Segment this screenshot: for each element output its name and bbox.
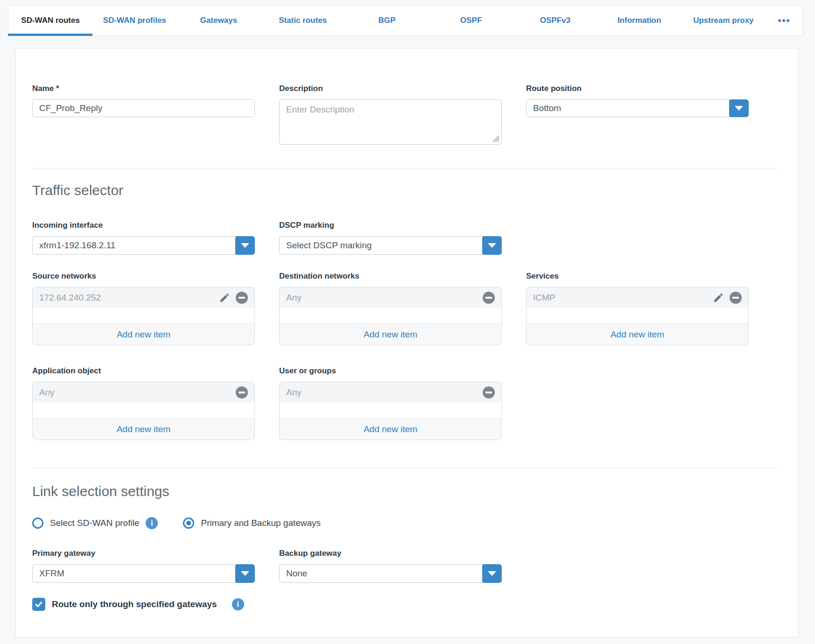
name-input[interactable]: [32, 99, 255, 117]
chevron-down-icon: [735, 106, 743, 111]
listbox-empty-area: [33, 402, 254, 418]
route-position-dropdown-button[interactable]: [729, 99, 749, 117]
primary-gateway-value: XFRM: [39, 568, 64, 579]
destination-networks-label: Destination networks: [279, 272, 502, 281]
info-icon[interactable]: i: [146, 517, 158, 529]
dscp-marking-label: DSCP marking: [279, 221, 502, 230]
info-icon[interactable]: i: [232, 598, 244, 610]
incoming-interface-value: xfrm1-192.168.2.11: [39, 240, 115, 251]
sdwan-route-editor-page: SD-WAN routes SD-WAN profiles Gateways S…: [0, 0, 815, 644]
application-object-value: Any: [39, 387, 230, 398]
service-value: ICMP: [533, 293, 707, 303]
name-label: Name *: [32, 84, 255, 93]
dscp-marking-select[interactable]: Select DSCP marking: [279, 236, 502, 255]
remove-icon[interactable]: [236, 386, 248, 399]
listbox-empty-area: [527, 308, 748, 323]
source-networks-listbox: 172.64.240.252 Add new item: [32, 287, 255, 345]
route-only-checkbox-label: Route only through specified gateways: [52, 599, 217, 609]
dscp-marking-dropdown-button[interactable]: [482, 236, 502, 255]
chevron-down-icon: [241, 571, 249, 576]
list-item: ICMP: [527, 287, 748, 308]
checkmark-icon: [35, 600, 43, 609]
tab-sdwan-routes[interactable]: SD-WAN routes: [8, 6, 92, 35]
list-item: Any: [280, 382, 501, 402]
destination-networks-listbox: Any Add new item: [279, 287, 502, 345]
primary-gateway-select[interactable]: XFRM: [32, 564, 255, 583]
edit-icon[interactable]: [219, 292, 230, 303]
edit-icon[interactable]: [713, 292, 724, 303]
route-only-checkbox[interactable]: [32, 598, 45, 611]
application-object-label: Application object: [32, 366, 255, 376]
description-textarea[interactable]: [279, 99, 502, 145]
tab-ospf[interactable]: OSPF: [429, 6, 513, 35]
route-position-select[interactable]: Bottom: [526, 99, 749, 117]
description-label: Description: [279, 84, 502, 93]
route-position-value: Bottom: [533, 103, 561, 113]
destination-network-value: Any: [286, 293, 477, 303]
tab-sdwan-profiles[interactable]: SD-WAN profiles: [92, 6, 176, 35]
tab-upstream-proxy[interactable]: Upstream proxy: [682, 6, 766, 35]
list-item: 172.64.240.252: [33, 287, 254, 308]
remove-icon[interactable]: [483, 386, 495, 399]
select-sdwan-profile-radio[interactable]: [32, 518, 43, 529]
link-selection-title: Link selection settings: [32, 483, 778, 499]
tab-bgp[interactable]: BGP: [345, 6, 429, 35]
user-or-groups-label: User or groups: [279, 366, 502, 376]
services-label: Services: [526, 272, 749, 281]
remove-icon[interactable]: [483, 292, 495, 304]
listbox-empty-area: [33, 308, 254, 323]
tab-information[interactable]: Information: [597, 6, 682, 35]
backup-gateway-dropdown-button[interactable]: [482, 564, 502, 583]
listbox-empty-area: [280, 402, 501, 418]
incoming-interface-label: Incoming interface: [32, 221, 255, 230]
backup-gateway-value: None: [286, 568, 307, 579]
route-form-panel: Name * Description Route: [15, 48, 799, 637]
user-or-groups-listbox: Any Add new item: [279, 382, 502, 440]
section-divider: [32, 468, 778, 469]
chevron-down-icon: [488, 571, 496, 576]
remove-icon[interactable]: [730, 292, 742, 304]
primary-backup-gateways-radio-label: Primary and Backup gateways: [201, 518, 321, 528]
backup-gateway-select[interactable]: None: [279, 564, 502, 583]
incoming-interface-select[interactable]: xfrm1-192.168.2.11: [32, 236, 255, 255]
user-or-groups-add-button[interactable]: Add new item: [280, 418, 501, 440]
chevron-down-icon: [241, 243, 249, 248]
route-position-label: Route position: [526, 84, 749, 93]
primary-gateway-dropdown-button[interactable]: [235, 564, 255, 583]
source-networks-add-button[interactable]: Add new item: [33, 323, 254, 345]
primary-backup-gateways-radio[interactable]: [183, 518, 194, 529]
more-tabs-icon[interactable]: •••: [766, 6, 803, 35]
listbox-empty-area: [280, 308, 501, 323]
tab-gateways[interactable]: Gateways: [176, 6, 260, 35]
remove-icon[interactable]: [236, 292, 248, 304]
dscp-marking-value: Select DSCP marking: [286, 240, 372, 251]
services-listbox: ICMP Add new item: [526, 287, 749, 345]
list-item: Any: [280, 287, 501, 308]
primary-gateway-label: Primary gateway: [32, 549, 255, 558]
list-item: Any: [33, 382, 254, 402]
incoming-interface-dropdown-button[interactable]: [235, 236, 255, 255]
destination-networks-add-button[interactable]: Add new item: [280, 323, 501, 345]
traffic-selector-title: Traffic selector: [32, 182, 778, 198]
services-add-button[interactable]: Add new item: [527, 323, 748, 345]
tab-bar: SD-WAN routes SD-WAN profiles Gateways S…: [8, 5, 803, 36]
select-sdwan-profile-radio-label: Select SD-WAN profile: [50, 518, 139, 528]
backup-gateway-label: Backup gateway: [279, 549, 502, 558]
tab-static-routes[interactable]: Static routes: [261, 6, 345, 35]
user-or-groups-value: Any: [286, 387, 477, 398]
source-networks-label: Source networks: [32, 272, 255, 281]
application-object-listbox: Any Add new item: [32, 382, 255, 440]
tab-ospfv3[interactable]: OSPFv3: [513, 6, 597, 35]
chevron-down-icon: [488, 243, 496, 248]
source-network-value: 172.64.240.252: [39, 293, 213, 303]
section-divider: [32, 168, 778, 168]
application-object-add-button[interactable]: Add new item: [33, 418, 254, 440]
